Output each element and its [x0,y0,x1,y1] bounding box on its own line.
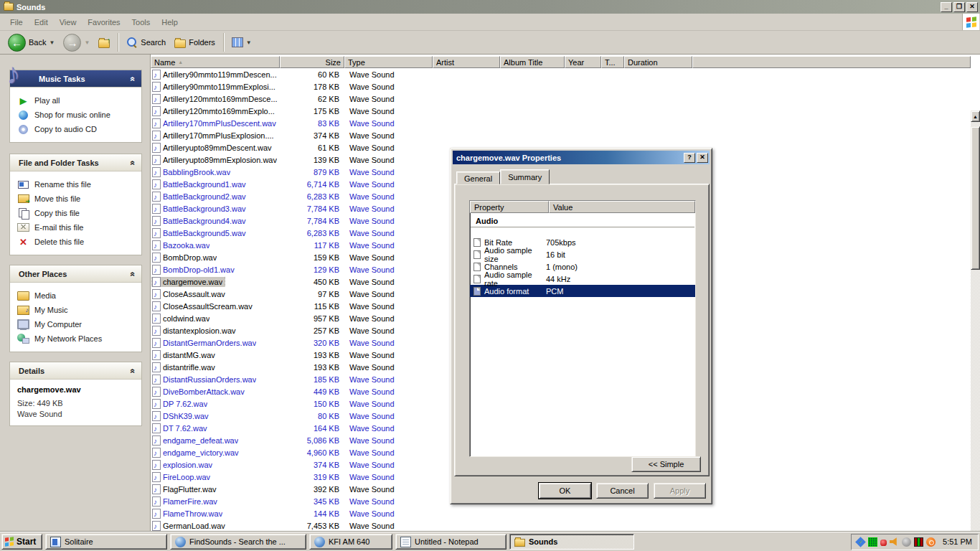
task-item-my-network-places[interactable]: My Network Places [17,331,137,346]
minimize-button[interactable]: _ [941,2,952,12]
folders-icon [174,39,186,48]
volume-icon[interactable] [890,537,899,547]
taskbar-button-sounds[interactable]: Sounds [509,534,634,550]
menu-help[interactable]: Help [156,16,184,29]
winamp-icon[interactable] [926,537,936,547]
column-header-size[interactable]: Size [280,56,344,68]
wave-file-icon [152,314,161,324]
property-row[interactable]: Audio formatPCM [470,285,695,297]
tab-summary[interactable]: Summary [500,169,550,184]
collapse-chevron-icon[interactable]: « [129,76,138,81]
file-row[interactable]: Artillery120mmto169mmExplo...175 KBWave … [151,105,971,117]
red-app-icon[interactable] [880,540,887,546]
views-icon [232,37,243,47]
task-item-my-computer[interactable]: My Computer [17,317,137,331]
file-name-cell: explosion.wav [151,460,280,470]
dropbox-icon[interactable] [855,537,866,547]
column-header-duration[interactable]: Duration [624,56,692,68]
file-type-cell: Wave Sound [344,253,433,262]
property-row[interactable]: Audio sample size16 bit [470,248,695,260]
column-header-albumtitle[interactable]: Album Title [500,56,565,68]
column-header-t[interactable]: T... [601,56,624,68]
collapse-chevron-icon[interactable]: « [129,368,138,373]
task-item-media[interactable]: Media [17,288,137,303]
file-name: distantrifle.wav [163,363,215,372]
vertical-scrollbar[interactable]: ▲ ▼ [971,110,980,551]
panel-header-other-places[interactable]: Other Places« [10,265,141,283]
back-dropdown-icon[interactable]: ▼ [49,39,55,46]
task-item-play-all[interactable]: Play all [17,93,137,108]
selected-file-highlight[interactable]: chargemove.wav [152,277,225,287]
file-row[interactable]: Artillery90mmto119mmDescen...60 KBWave S… [151,68,971,80]
views-dropdown-icon[interactable]: ▼ [246,39,252,46]
start-button[interactable]: Start [1,534,42,550]
menu-edit[interactable]: Edit [29,16,54,29]
forward-dropdown-icon[interactable]: ▼ [84,39,90,46]
panel-header-file-tasks[interactable]: File and Folder Tasks« [10,154,141,171]
ok-button[interactable]: OK [539,483,591,499]
file-row[interactable]: Artillery170mmPlusExplosion....374 KBWav… [151,129,971,141]
file-row[interactable]: FlameThrow.wav144 KBWave Sound [151,507,971,519]
restore-button[interactable]: ❐ [953,2,965,12]
column-header-filler [692,56,971,68]
title-bar[interactable]: Sounds _ ❐ ✕ [0,0,980,14]
forward-button[interactable]: → ▼ [60,32,93,53]
folders-button[interactable]: Folders [171,32,219,53]
collapse-chevron-icon[interactable]: « [129,271,138,276]
equalizer-icon[interactable] [914,537,923,547]
scrollbar-thumb[interactable] [971,126,980,270]
task-item-my-music[interactable]: My Music [17,303,137,317]
scroll-up-button[interactable]: ▲ [971,110,980,122]
folder-icon [4,3,14,11]
menu-file[interactable]: File [4,16,29,29]
audio-device-icon[interactable] [902,537,911,547]
dialog-title-bar[interactable]: chargemove.wav Properties ? ✕ [453,151,710,164]
file-name: Artillery170mmPlusDescent.wav [163,119,276,128]
panel-body-details: chargemove.wavSize: 449 KBWave Sound [10,380,141,425]
taskbar-button-kfi-am-640[interactable]: KFI AM 640 [309,534,392,550]
task-item-shop-for-music-online[interactable]: Shop for music online [17,108,137,122]
file-row[interactable]: Artillery170mmPlusDescent.wav83 KBWave S… [151,117,971,129]
dialog-close-button[interactable]: ✕ [697,153,708,163]
views-button[interactable]: ▼ [228,32,255,53]
task-item-e-mail-this-file[interactable]: E-mail this file [17,220,137,235]
close-button[interactable]: ✕ [966,2,978,12]
collapse-chevron-icon[interactable]: « [129,160,138,165]
column-header-name[interactable]: Name▲ [151,56,280,68]
task-item-move-this-file[interactable]: Move this file [17,192,137,206]
up-button[interactable]: ↑ [95,32,113,53]
taskbar-button-findsounds-search-the-[interactable]: FindSounds - Search the ... [170,534,306,550]
column-header-year[interactable]: Year [565,56,601,68]
column-header-artist[interactable]: Artist [433,56,500,68]
column-header-type[interactable]: Type [344,56,433,68]
back-button[interactable]: ← Back ▼ [4,32,58,53]
value-column-header[interactable]: Value [549,201,695,213]
tab-general[interactable]: General [456,171,500,184]
desktop: Sounds _ ❐ ✕ FileEditViewFavoritesToolsH… [0,0,980,551]
wave-file-icon [152,265,161,275]
panel-header-music-tasks[interactable]: Music Tasks« [10,70,141,88]
task-item-delete-this-file[interactable]: Delete this file [17,235,137,249]
menu-favorites[interactable]: Favorites [82,16,126,29]
task-item-copy-to-audio-cd[interactable]: Copy to audio CD [17,122,137,136]
file-row[interactable]: GermanLoad.wav7,453 KBWave Sound [151,519,971,532]
property-row[interactable]: Audio sample rate44 kHz [470,273,695,285]
property-column-header[interactable]: Property [470,201,549,213]
file-name: CloseAssaultScream.wav [163,302,253,311]
cancel-button[interactable]: Cancel [596,483,649,499]
task-item-label: Move this file [34,194,80,203]
simple-button[interactable]: << Simple [631,456,701,472]
file-size-cell: 83 KB [280,119,344,128]
menu-view[interactable]: View [54,16,83,29]
search-button[interactable]: Search [123,32,169,53]
network-grid-icon[interactable] [868,537,877,547]
taskbar-button-solitaire[interactable]: Solitaire [45,534,167,550]
panel-header-details[interactable]: Details« [10,362,141,380]
task-item-copy-this-file[interactable]: Copy this file [17,206,137,220]
file-row[interactable]: Artillery120mmto169mmDesce...62 KBWave S… [151,93,971,105]
file-row[interactable]: Artillery90mmto119mmExplosi...178 KBWave… [151,80,971,93]
task-item-rename-this-file[interactable]: Rename this file [17,177,137,192]
menu-tools[interactable]: Tools [126,16,156,29]
taskbar-button-untitled-notepad[interactable]: Untitled - Notepad [395,534,507,550]
dialog-help-button[interactable]: ? [684,153,695,163]
